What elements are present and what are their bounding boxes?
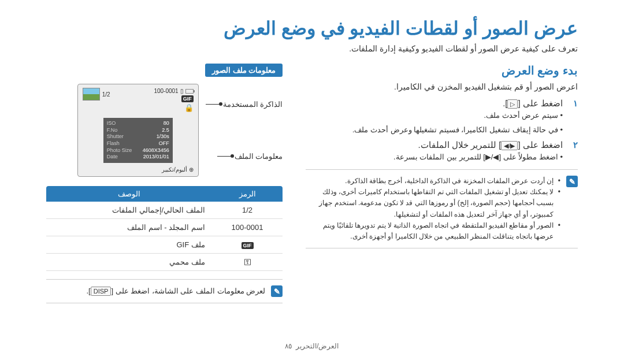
desc-cell: اسم المجلد - اسم الملف	[46, 219, 212, 236]
lock-icon: 🔒	[184, 103, 194, 112]
desc-cell: الملف الحالي/إجمالي الملفات	[46, 202, 212, 219]
gif-badge-icon: GIF	[242, 242, 254, 249]
substep-1a: • سيتم عرض أحدث ملف.	[306, 111, 563, 120]
gif-badge-icon: GIF	[181, 95, 194, 102]
label-memory: الذاكرة المستخدمة	[223, 100, 283, 109]
memory-card-icon: ▯	[180, 88, 184, 94]
thumbnail-icon	[83, 88, 100, 101]
page-title: عرض الصور أو لقطات الفيديو في وضع العرض	[46, 17, 578, 39]
note-item: لا يمكنك تعديل أو تشغيل الملفات التي تم …	[306, 187, 560, 220]
exif-overlay: ISO80 F.No2.5 Shutter1/30s FlashOFF Phot…	[103, 118, 173, 163]
table-header-symbol: الرمز	[212, 186, 283, 202]
disp-note: ✎ لعرض معلومات الملف على الشاشة، اضغط عل…	[46, 279, 283, 303]
table-row: ⚿ ملف محمي	[46, 254, 283, 271]
symbol-cell: 100-0001	[212, 219, 283, 236]
disp-button: DISP	[91, 287, 112, 296]
intro-text: اعرض الصور أو قم بتشغيل الفيديو المخزن ف…	[306, 82, 578, 91]
table-row: 100-0001 اسم المجلد - اسم الملف	[46, 219, 283, 236]
desc-cell: ملف GIF	[46, 236, 212, 254]
step-number: ١	[569, 98, 578, 109]
step-1: ١ اضغط على [▷].	[306, 98, 578, 109]
note-icon: ✎	[271, 285, 283, 297]
step-number: ٢	[569, 140, 578, 150]
section-title: بدء وضع العرض	[306, 64, 578, 77]
table-row: GIF ملف GIF	[46, 236, 283, 254]
note-item: الصور أو مقاطع الفيديو الملتقطة في اتجاه…	[306, 220, 560, 242]
step-2: ٢ اضغط على [◀/▶] للتمرير خلال الملفات.	[306, 140, 578, 150]
lcd-screen: 1/2 100-0001 ▯ GIF 🔒	[77, 84, 199, 177]
note-icon: ✎	[566, 176, 578, 187]
note-box: ✎ إن أردت عرض الملفات المخزنة في الذاكرة…	[306, 169, 578, 248]
note-item: إن أردت عرض الملفات المخزنة في الذاكرة ا…	[306, 176, 560, 187]
zoom-icon: ⊕	[189, 166, 194, 173]
file-counter: 1/2	[102, 91, 110, 98]
info-header: معلومات ملف الصور	[205, 64, 283, 77]
subtitle: تعرف على كيفية عرض الصور أو لقطات الفيدي…	[46, 44, 578, 53]
label-fileinfo: معلومات الملف	[235, 152, 283, 161]
play-button-icon: ▷	[507, 99, 518, 109]
substep-2: • اضغط مطولاً على [◀/▶] للتمرير بين المل…	[306, 153, 563, 161]
folder-number: 100-0001	[154, 88, 178, 94]
battery-icon	[185, 89, 194, 94]
desc-cell: ملف محمي	[46, 254, 212, 271]
lock-icon: ⚿	[244, 258, 251, 266]
symbol-table: الرمز الوصف 1/2 الملف الحالي/إجمالي المل…	[46, 186, 283, 271]
nav-buttons-icon: ◀/▶	[501, 141, 518, 150]
substep-1b: • في حالة إيقاف تشغيل الكاميرا، فسيتم تش…	[306, 125, 563, 134]
page-footer: العرض/التحرير ٨٥	[0, 342, 624, 350]
table-row: 1/2 الملف الحالي/إجمالي الملفات	[46, 202, 283, 219]
symbol-cell: 1/2	[212, 202, 283, 219]
symbol-cell: GIF	[212, 236, 283, 254]
lcd-diagram: الذاكرة المستخدمة معلومات الملف 1/2 100-…	[46, 84, 283, 177]
table-header-desc: الوصف	[46, 186, 212, 202]
symbol-cell: ⚿	[212, 254, 283, 271]
